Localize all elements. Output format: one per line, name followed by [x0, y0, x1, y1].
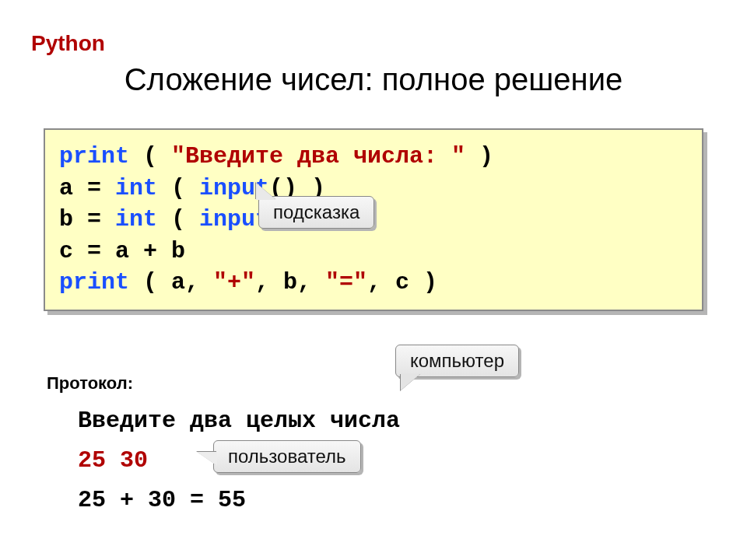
callout-computer: компьютер: [395, 345, 519, 377]
callout-hint: подсказка: [258, 196, 374, 229]
protocol-line-prompt: Введите два целых числа: [78, 401, 400, 441]
language-label: Python: [31, 31, 105, 56]
callout-tail-icon: [401, 373, 421, 390]
callout-tail-icon: [197, 452, 217, 466]
protocol-line-result: 25 + 30 = 55: [78, 481, 400, 520]
callout-hint-label: подсказка: [273, 201, 359, 222]
code-line-4: c = a + b: [59, 236, 688, 268]
keyword-print: print: [59, 269, 129, 296]
keyword-int: int: [115, 206, 157, 233]
callout-user: пользователь: [213, 440, 361, 473]
code-line-1: print ( "Введите два числа: " ): [59, 141, 688, 173]
string-literal: "Введите два числа: ": [171, 143, 465, 170]
callout-user-label: пользователь: [228, 446, 346, 467]
slide: Python Сложение чисел: полное решение pr…: [0, 0, 747, 560]
string-literal: "=": [325, 269, 367, 296]
string-literal: "+": [213, 269, 255, 296]
slide-title: Сложение чисел: полное решение: [0, 62, 747, 97]
callout-computer-label: компьютер: [410, 350, 504, 371]
keyword-int: int: [115, 175, 157, 201]
callout-tail-icon: [256, 183, 276, 200]
keyword-print: print: [59, 143, 129, 170]
code-line-5: print ( a, "+", b, "=", c ): [59, 267, 688, 299]
protocol-heading: Протокол:: [47, 373, 133, 394]
